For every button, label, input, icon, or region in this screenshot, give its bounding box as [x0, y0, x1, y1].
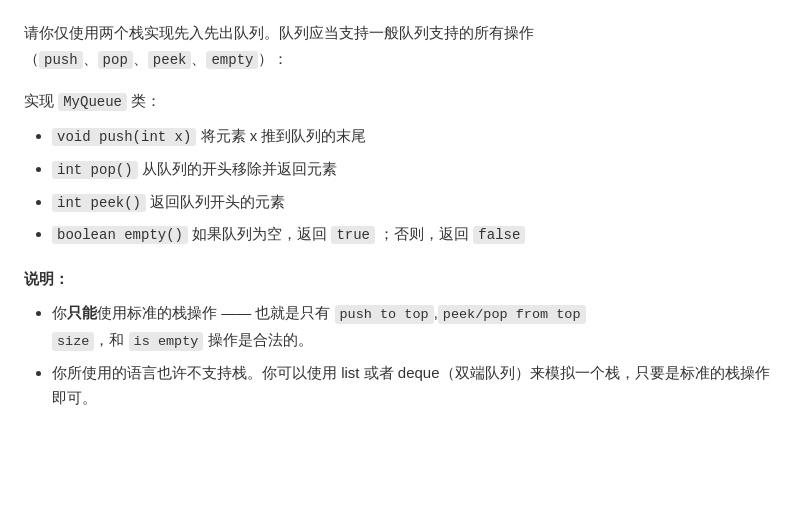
- intro-sep2: 、: [133, 50, 148, 67]
- intro-line1: 请你仅使用两个栈实现先入先出队列。队列应当支持一般队列支持的所有操作: [24, 24, 534, 41]
- note-title: 说明：: [24, 266, 772, 292]
- method-code-3: int peek(): [52, 194, 146, 212]
- list-item: void push(int x) 将元素 x 推到队列的末尾: [52, 123, 772, 150]
- list-item: boolean empty() 如果队列为空，返回 true ；否则，返回 fa…: [52, 221, 772, 248]
- method-code-4: boolean empty(): [52, 226, 188, 244]
- intro-code-peek: peek: [148, 51, 192, 69]
- method-desc-3: 返回队列开头的元素: [150, 193, 285, 210]
- note-middle: 使用标准的栈操作 —— 也就是只有: [97, 304, 335, 321]
- implement-classname: MyQueue: [58, 93, 127, 111]
- note-code3: size: [52, 332, 94, 351]
- intro-code-push: push: [39, 51, 83, 69]
- note-bold: 只能: [67, 304, 97, 321]
- note-list: 你只能使用标准的栈操作 —— 也就是只有 push to top,peek/po…: [24, 300, 772, 411]
- method-desc-prefix: 如果队列为空，返回: [192, 225, 331, 242]
- note-prefix: 你: [52, 304, 67, 321]
- note-item-2-text: 你所使用的语言也许不支持栈。你可以使用 list 或者 deque（双端队列）来…: [52, 364, 770, 407]
- method-desc-2: 从队列的开头移除并返回元素: [142, 160, 337, 177]
- intro-code-empty: empty: [206, 51, 258, 69]
- note-code1: push to top: [335, 305, 434, 324]
- note-code2: peek/pop from top: [438, 305, 586, 324]
- intro-code-pop: pop: [98, 51, 133, 69]
- method-code-1: void push(int x): [52, 128, 196, 146]
- method-desc-code1: true: [331, 226, 375, 244]
- method-code-2: int pop(): [52, 161, 138, 179]
- method-desc-mid: ；否则，返回: [375, 225, 473, 242]
- note-sep3: ，和: [94, 331, 128, 348]
- method-desc-code2: false: [473, 226, 525, 244]
- implement-prefix: 实现: [24, 92, 58, 109]
- note-suffix: 操作是合法的。: [203, 331, 312, 348]
- list-item: int pop() 从队列的开头移除并返回元素: [52, 156, 772, 183]
- list-item: int peek() 返回队列开头的元素: [52, 189, 772, 216]
- intro-paragraph: 请你仅使用两个栈实现先入先出队列。队列应当支持一般队列支持的所有操作 （push…: [24, 20, 772, 72]
- methods-list: void push(int x) 将元素 x 推到队列的末尾 int pop()…: [24, 123, 772, 248]
- note-code4: is empty: [129, 332, 204, 351]
- intro-sep1: 、: [83, 50, 98, 67]
- implement-suffix: 类：: [127, 92, 161, 109]
- intro-sep3: 、: [191, 50, 206, 67]
- note-item-1: 你只能使用标准的栈操作 —— 也就是只有 push to top,peek/po…: [52, 300, 772, 354]
- note-item-2: 你所使用的语言也许不支持栈。你可以使用 list 或者 deque（双端队列）来…: [52, 360, 772, 411]
- intro-paren-open: （: [24, 50, 39, 67]
- implement-label: 实现 MyQueue 类：: [24, 88, 772, 115]
- note-section: 说明： 你只能使用标准的栈操作 —— 也就是只有 push to top,pee…: [24, 266, 772, 410]
- intro-paren-close: ）：: [258, 50, 288, 67]
- method-desc-1: 将元素 x 推到队列的末尾: [201, 127, 367, 144]
